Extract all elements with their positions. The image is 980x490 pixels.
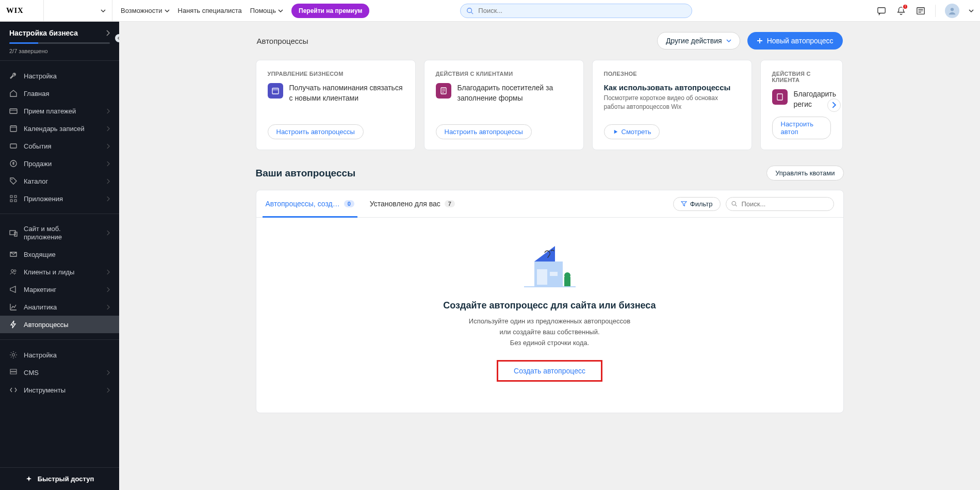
news-icon[interactable] [916, 6, 926, 16]
chat-icon[interactable] [876, 6, 887, 16]
setup-progress-text: 2/7 завершено [9, 48, 110, 54]
sidebar-item-cms[interactable]: CMS [0, 364, 119, 381]
inbox-icon [9, 250, 18, 258]
site-selector[interactable] [43, 0, 112, 22]
chevron-right-icon [106, 269, 110, 275]
tab-for-you[interactable]: Установлено для вас 7 [370, 190, 455, 217]
users-icon [9, 268, 18, 276]
sidebar-item-marketing[interactable]: Маркетинг [0, 281, 119, 298]
chevron-right-icon [106, 178, 110, 184]
sidebar-item-catalog[interactable]: Каталог [0, 172, 119, 190]
premium-button[interactable]: Перейти на премиум [291, 4, 369, 18]
sidebar-item-calendar[interactable]: Календарь записей [0, 120, 119, 137]
nav-features[interactable]: Возможности [121, 7, 170, 14]
chevron-right-icon [106, 304, 110, 310]
sidebar-item-inbox[interactable]: Входящие [0, 246, 119, 263]
svg-point-9 [11, 179, 12, 180]
empty-description: Используйте один из предложенных автопро… [267, 316, 833, 348]
sidebar-item-clients[interactable]: Клиенты и лиды [0, 263, 119, 281]
form-icon [436, 83, 451, 99]
setup-automation-button[interactable]: Настроить автопроцессы [436, 124, 532, 139]
setup-automation-button[interactable]: Настроить автопроцессы [268, 124, 364, 139]
svg-point-4 [951, 8, 954, 11]
topbar: WIX Возможности Нанять специалиста Помощ… [0, 0, 980, 22]
svg-point-17 [14, 270, 16, 272]
chevron-down-icon [278, 8, 283, 13]
play-icon [613, 129, 618, 135]
sidebar-item-setup[interactable]: Настройка [0, 67, 119, 85]
chevron-down-icon[interactable] [969, 8, 974, 13]
new-automation-button[interactable]: Новый автопроцесс [747, 32, 843, 50]
watch-video-button[interactable]: Смотреть [604, 124, 660, 139]
tab-badge: 0 [344, 200, 354, 207]
filter-button[interactable]: Фильтр [673, 197, 721, 211]
chevron-right-icon [106, 108, 110, 114]
svg-rect-2 [878, 7, 885, 13]
sidebar-item-sales[interactable]: Продажи [0, 155, 119, 172]
sidebar-item-site-app[interactable]: Сайт и моб. приложение [0, 220, 119, 246]
sidebar-item-apps[interactable]: Приложения [0, 190, 119, 207]
quick-access-button[interactable]: Быстрый доступ [0, 467, 119, 490]
sidebar-item-events[interactable]: События [0, 137, 119, 155]
svg-rect-27 [550, 272, 558, 276]
chevron-right-icon [831, 102, 836, 108]
chevron-right-icon [106, 30, 110, 36]
tab-search-input[interactable] [726, 197, 834, 211]
gear-icon [9, 351, 18, 359]
nav-help[interactable]: Помощь [250, 7, 283, 14]
bolt-icon [9, 320, 18, 329]
chevron-right-icon [106, 161, 110, 167]
code-icon [9, 386, 18, 394]
nav-hire[interactable]: Нанять специалиста [178, 7, 242, 14]
home-icon [9, 89, 18, 97]
svg-point-16 [11, 270, 14, 272]
empty-state: Создайте автопроцесс для сайта или бизне… [256, 218, 843, 412]
carousel-next[interactable] [827, 99, 841, 112]
svg-rect-12 [10, 200, 12, 202]
card-icon [9, 107, 18, 115]
wrench-icon [9, 72, 18, 80]
chevron-right-icon [106, 370, 110, 375]
avatar[interactable] [945, 4, 959, 18]
search-icon [466, 7, 473, 14]
tab-created[interactable]: Автопроцессы, созд… 0 [266, 190, 354, 217]
svg-rect-21 [272, 88, 279, 94]
other-actions-button[interactable]: Другие действия [657, 32, 740, 50]
dollar-icon [9, 159, 18, 168]
ticket-icon [9, 142, 18, 150]
chevron-down-icon [165, 8, 170, 13]
global-search [460, 4, 692, 18]
search-input[interactable] [460, 4, 692, 18]
tag-icon [9, 177, 18, 185]
svg-rect-20 [10, 372, 17, 374]
svg-point-18 [12, 354, 15, 356]
chevron-right-icon [106, 196, 110, 202]
manage-quotas-button[interactable]: Управлять квотами [766, 166, 843, 181]
sidebar-item-settings[interactable]: Настройка [0, 346, 119, 364]
bell-icon[interactable]: ! [896, 6, 906, 16]
sidebar-item-business-setup[interactable]: Настройка бизнеса [9, 29, 110, 37]
sidebar-item-analytics[interactable]: Аналитика [0, 298, 119, 316]
svg-point-1 [467, 8, 472, 12]
svg-rect-26 [537, 269, 547, 285]
form-icon [772, 89, 788, 105]
megaphone-icon [9, 285, 18, 293]
suggestion-card: УПРАВЛЕНИЕ БИЗНЕСОМ Получать напоминания… [256, 60, 416, 150]
svg-text:WIX: WIX [6, 6, 24, 14]
setup-automation-button[interactable]: Настроить автоп [772, 117, 831, 139]
sidebar-item-automations[interactable]: Автопроцессы [0, 316, 119, 333]
wix-logo[interactable]: WIX [6, 6, 33, 15]
svg-rect-10 [10, 195, 12, 198]
search-icon [731, 201, 738, 207]
svg-rect-19 [10, 369, 17, 371]
sidebar-item-home[interactable]: Главная [0, 85, 119, 102]
calendar-icon [9, 124, 18, 133]
sidebar-item-devtools[interactable]: Инструменты [0, 381, 119, 399]
chevron-right-icon [106, 143, 110, 149]
create-automation-button[interactable]: Создать автопроцесс [497, 360, 602, 382]
svg-rect-7 [10, 144, 17, 148]
chevron-down-icon [101, 8, 106, 13]
sidebar-item-payments[interactable]: Прием платежей [0, 102, 119, 120]
chevron-right-icon [106, 287, 110, 292]
svg-rect-23 [777, 94, 782, 100]
